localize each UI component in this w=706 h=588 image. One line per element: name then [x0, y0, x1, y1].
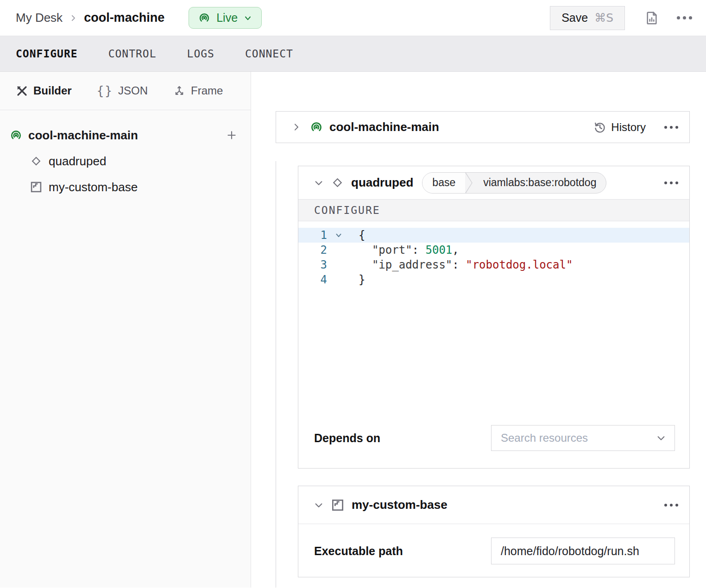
- broadcast-icon: [9, 129, 23, 142]
- mode-builder[interactable]: Builder: [16, 84, 72, 97]
- mode-frame-label: Frame: [191, 84, 223, 97]
- module-menu-button[interactable]: [664, 504, 678, 507]
- mode-builder-label: Builder: [33, 84, 72, 97]
- file-chart-icon: [644, 11, 659, 25]
- code-token: {: [359, 229, 365, 242]
- diamond-icon: [331, 176, 344, 189]
- part-menu-button[interactable]: [664, 126, 678, 129]
- data-report-button[interactable]: [644, 11, 659, 25]
- badge-divider: [465, 173, 473, 193]
- collapse-module-button[interactable]: [314, 500, 324, 510]
- machine-config-page: My Desk cool-machine Live Save ⌘: [0, 0, 706, 588]
- code-line[interactable]: 2 "port": 5001,: [298, 243, 689, 257]
- broadcast-icon: [309, 120, 323, 134]
- badge-type: base: [422, 173, 465, 193]
- depends-on-select[interactable]: [491, 425, 675, 451]
- code-token: [359, 258, 372, 271]
- component-header: quadruped base viamlabs:base:robotdog: [298, 166, 689, 199]
- ellipsis-icon: [664, 181, 678, 184]
- machine-tabs: CONFIGURE CONTROL LOGS CONNECT: [0, 36, 706, 72]
- frame-axes-icon: [173, 84, 186, 97]
- code-token: [359, 244, 372, 256]
- executable-path-row: Executable path: [298, 524, 689, 577]
- custom-base-module-card: my-custom-base Executable path: [298, 486, 690, 577]
- tab-configure[interactable]: CONFIGURE: [16, 48, 78, 60]
- machine-part-card: cool-machine-main History: [276, 111, 690, 143]
- topbar-actions: Save ⌘S: [550, 6, 692, 30]
- module-title: my-custom-base: [352, 498, 448, 512]
- tools-icon: [16, 85, 28, 97]
- add-resource-button[interactable]: [226, 129, 238, 141]
- tree-item-label: cool-machine-main: [28, 128, 138, 143]
- tree-item-label: quadruped: [49, 154, 106, 169]
- code-token: "ip_address": [372, 258, 452, 271]
- status-badge: Live: [216, 11, 238, 25]
- depends-on-label: Depends on: [314, 432, 380, 445]
- code-line[interactable]: 1 {: [298, 228, 689, 243]
- mode-frame[interactable]: Frame: [173, 84, 223, 97]
- tree-item-machine-part[interactable]: cool-machine-main: [0, 122, 251, 148]
- expand-part-button[interactable]: [291, 122, 301, 132]
- code-text: }: [359, 273, 365, 286]
- more-options-button[interactable]: [677, 16, 692, 19]
- breadcrumb: My Desk cool-machine: [16, 11, 164, 25]
- view-mode-switcher: Builder {} JSON Frame: [0, 72, 251, 110]
- history-button[interactable]: History: [593, 120, 646, 134]
- module-icon: [331, 498, 345, 512]
- machine-status-dropdown[interactable]: Live: [189, 7, 262, 29]
- code-token: :: [412, 244, 426, 256]
- code-token: 5001: [426, 244, 453, 256]
- json-attributes-editor[interactable]: 1 { 2 "port": 5001, 3 "ip: [298, 221, 689, 419]
- depends-on-row: Depends on: [298, 425, 689, 451]
- collapse-component-button[interactable]: [314, 178, 324, 188]
- history-label: History: [611, 121, 646, 134]
- chevron-down-icon: [314, 500, 324, 510]
- line-number: 1: [298, 229, 327, 242]
- code-token: "port": [372, 244, 412, 256]
- config-main-panel: cool-machine-main History: [251, 72, 706, 588]
- code-token: }: [359, 273, 365, 286]
- tab-connect[interactable]: CONNECT: [245, 48, 293, 60]
- code-text: "ip_address": "robotdog.local": [359, 258, 573, 271]
- line-number: 4: [298, 273, 327, 286]
- chevron-down-icon: [314, 178, 324, 188]
- fold-chevron-icon[interactable]: [327, 231, 350, 239]
- code-text: "port": 5001,: [359, 244, 459, 256]
- component-menu-button[interactable]: [664, 181, 678, 184]
- tree-item-my-custom-base[interactable]: my-custom-base: [0, 174, 251, 200]
- tab-control[interactable]: CONTROL: [108, 48, 157, 60]
- executable-path-label: Executable path: [314, 544, 403, 558]
- diamond-icon: [30, 155, 43, 168]
- code-token: "robotdog.local": [466, 258, 573, 271]
- part-title: cool-machine-main: [329, 120, 439, 134]
- search-resources-input[interactable]: [501, 432, 656, 444]
- mode-json[interactable]: {} JSON: [97, 84, 148, 98]
- component-title: quadruped: [351, 175, 413, 190]
- code-line[interactable]: 4 }: [298, 272, 689, 287]
- quadruped-component-card: quadruped base viamlabs:base:robotdog: [298, 166, 690, 469]
- module-icon: [30, 181, 43, 194]
- breadcrumb-parent-link[interactable]: My Desk: [16, 11, 63, 25]
- tab-logs[interactable]: LOGS: [187, 48, 214, 60]
- code-line[interactable]: 3 "ip_address": "robotdog.local": [298, 257, 689, 272]
- chevron-right-icon: [291, 122, 301, 132]
- chevron-down-icon: [243, 13, 252, 23]
- ellipsis-icon: [677, 16, 692, 19]
- executable-path-input[interactable]: [491, 538, 675, 564]
- ellipsis-icon: [664, 126, 678, 129]
- tree-item-quadruped[interactable]: quadruped: [0, 148, 251, 174]
- resource-tree: cool-machine-main quadruped: [0, 110, 251, 200]
- chevron-down-icon: [656, 433, 666, 443]
- save-button[interactable]: Save ⌘S: [550, 6, 625, 30]
- ellipsis-icon: [664, 504, 678, 507]
- code-token: ,: [452, 244, 459, 256]
- history-clock-icon: [593, 120, 607, 134]
- configure-section-bar: CONFIGURE: [298, 199, 689, 221]
- configure-section-label: CONFIGURE: [314, 204, 380, 216]
- top-bar: My Desk cool-machine Live Save ⌘: [0, 0, 706, 36]
- tree-item-label: my-custom-base: [49, 180, 138, 194]
- braces-icon: {}: [97, 84, 113, 98]
- line-number: 2: [298, 244, 327, 256]
- badge-model: viamlabs:base:robotdog: [473, 173, 606, 193]
- module-header: my-custom-base: [298, 486, 689, 524]
